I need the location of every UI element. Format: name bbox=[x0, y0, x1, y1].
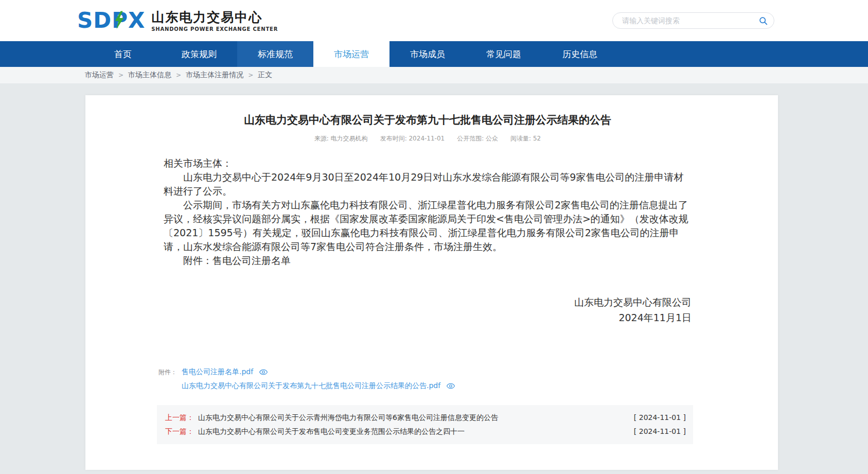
next-article-label: 下一篇： bbox=[165, 425, 194, 438]
preview-eye-icon[interactable] bbox=[259, 369, 268, 375]
site-logo[interactable]: SDPX 山东电力交易中心 SHANDONG POWER EXCHANGE CE… bbox=[77, 10, 278, 32]
site-header: SDPX 山东电力交易中心 SHANDONG POWER EXCHANGE CE… bbox=[0, 0, 868, 41]
signature-date: 2024年11月1日 bbox=[164, 310, 692, 325]
logo-letter-d: D bbox=[93, 10, 112, 31]
article-paragraph: 附件：售电公司注册名单 bbox=[164, 254, 692, 268]
logo-letter-s: S bbox=[77, 10, 93, 31]
breadcrumb-separator: > bbox=[248, 72, 253, 79]
prev-article-link[interactable]: 山东电力交易中心有限公司关于公示青州海岱电力有限公司等6家售电公司注册信息变更的… bbox=[198, 411, 498, 425]
logo-name-cn: 山东电力交易中心 bbox=[151, 10, 278, 25]
prev-article-row: 上一篇： 山东电力交易中心有限公司关于公示青州海岱电力有限公司等6家售电公司注册… bbox=[165, 411, 686, 425]
article-card: 山东电力交易中心有限公司关于发布第九十七批售电公司注册公示结果的公告 来源: 电… bbox=[85, 95, 778, 470]
breadcrumb-item-current: 正文 bbox=[258, 71, 272, 80]
attachment-link-announcement-pdf[interactable]: 山东电力交易中心有限公司关于发布第九十七批售电公司注册公示结果的公告.pdf bbox=[182, 381, 440, 391]
preview-eye-icon[interactable] bbox=[447, 383, 455, 389]
nav-tab-market-operation[interactable]: 市场运营 bbox=[313, 41, 389, 67]
meta-scope: 公开范围: 公众 bbox=[457, 134, 498, 143]
logo-letter-x: X bbox=[128, 10, 145, 31]
page-body: 山东电力交易中心有限公司关于发布第九十七批售电公司注册公示结果的公告 来源: 电… bbox=[0, 83, 868, 474]
article-title: 山东电力交易中心有限公司关于发布第九十七批售电公司注册公示结果的公告 bbox=[164, 112, 692, 128]
article-meta: 来源: 电力交易机构 发布时间: 2024-11-01 公开范围: 公众 阅读量… bbox=[164, 134, 692, 143]
search-box bbox=[612, 12, 774, 29]
prev-article-date: [ 2024-11-01 ] bbox=[634, 411, 686, 425]
nav-tab-history[interactable]: 历史信息 bbox=[542, 41, 618, 67]
article-paragraph: 山东电力交易中心于2024年9月30日至2024年10月29日对山东水发综合能源… bbox=[164, 170, 692, 198]
article-paragraph: 相关市场主体： bbox=[164, 156, 692, 170]
attachment-link-registration-list[interactable]: 售电公司注册名单.pdf bbox=[182, 367, 253, 377]
article-signature: 山东电力交易中心有限公司 2024年11月1日 bbox=[164, 294, 692, 325]
next-article-link[interactable]: 山东电力交易中心有限公司关于发布售电公司变更业务范围公示结果的公告之四十一 bbox=[198, 425, 465, 438]
attachment-row: 山东电力交易中心有限公司关于发布第九十七批售电公司注册公示结果的公告.pdf bbox=[164, 381, 692, 391]
logo-name-en: SHANDONG POWER EXCHANGE CENTER bbox=[151, 26, 278, 32]
meta-publish-time: 发布时间: 2024-11-01 bbox=[380, 134, 445, 143]
breadcrumb-item-market-subject-info[interactable]: 市场主体信息 bbox=[128, 71, 171, 80]
breadcrumb-item-market-operation[interactable]: 市场运营 bbox=[85, 71, 114, 80]
lightning-bolt-icon bbox=[114, 11, 125, 29]
breadcrumb: 市场运营 > 市场主体信息 > 市场主体注册情况 > 正文 bbox=[0, 67, 868, 83]
prev-article-label: 上一篇： bbox=[165, 411, 194, 425]
article-paragraph: 公示期间，市场有关方对山东赢伦电力科技有限公司、浙江绿星普化电力服务有限公司2家… bbox=[164, 198, 692, 254]
logo-letter-p: P bbox=[112, 10, 128, 31]
signature-company: 山东电力交易中心有限公司 bbox=[164, 294, 692, 310]
meta-read-count: 阅读量: 52 bbox=[510, 134, 541, 143]
nav-tab-faq[interactable]: 常见问题 bbox=[466, 41, 542, 67]
breadcrumb-separator: > bbox=[118, 72, 123, 79]
prev-next-box: 上一篇： 山东电力交易中心有限公司关于公示青州海岱电力有限公司等6家售电公司注册… bbox=[157, 405, 693, 444]
meta-source: 来源: 电力交易机构 bbox=[314, 134, 368, 143]
logo-acronym: SDPX bbox=[77, 10, 145, 31]
attachments-block: 附件： 售电公司注册名单.pdf 山东电力交易中心有限公司关于发布第九十七批售电… bbox=[164, 367, 692, 391]
nav-tab-market-members[interactable]: 市场成员 bbox=[389, 41, 466, 67]
attachments-label: 附件： bbox=[158, 368, 182, 377]
nav-tab-home[interactable]: 首页 bbox=[85, 41, 161, 67]
search-icon[interactable] bbox=[759, 16, 768, 27]
next-article-row: 下一篇： 山东电力交易中心有限公司关于发布售电公司变更业务范围公示结果的公告之四… bbox=[165, 425, 686, 438]
nav-tab-standards[interactable]: 标准规范 bbox=[237, 41, 313, 67]
breadcrumb-separator: > bbox=[176, 72, 181, 79]
breadcrumb-item-registration-status[interactable]: 市场主体注册情况 bbox=[186, 71, 243, 80]
main-nav: 首页 政策规则 标准规范 市场运营 市场成员 常见问题 历史信息 bbox=[0, 41, 868, 67]
attachment-row: 附件： 售电公司注册名单.pdf bbox=[164, 367, 692, 377]
logo-names: 山东电力交易中心 SHANDONG POWER EXCHANGE CENTER bbox=[151, 10, 278, 32]
next-article-date: [ 2024-11-01 ] bbox=[634, 425, 686, 438]
article-body: 相关市场主体： 山东电力交易中心于2024年9月30日至2024年10月29日对… bbox=[164, 156, 692, 268]
search-input[interactable] bbox=[612, 12, 774, 29]
nav-tab-policy-rules[interactable]: 政策规则 bbox=[161, 41, 237, 67]
